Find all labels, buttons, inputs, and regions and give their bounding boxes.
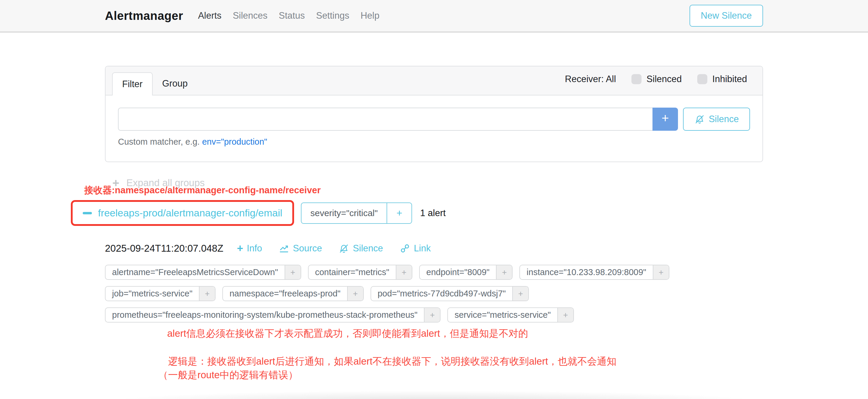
label-text: prometheus="freeleaps-monitoring-system/… xyxy=(105,308,424,322)
inhibited-label: Inhibited xyxy=(712,74,747,85)
receiver-filter-label[interactable]: Receiver: All xyxy=(565,74,616,85)
label-add-filter-button[interactable]: + xyxy=(496,265,512,279)
alertmanager-page: Alertmanager Alerts Silences Status Sett… xyxy=(0,0,868,399)
annotation-alert-note: alert信息必须在接收器下才表示配置成功，否则即使能看到alert，但是通知是… xyxy=(167,327,528,340)
filter-options: Receiver: All Silenced Inhibited xyxy=(565,66,747,95)
bell-slash-icon xyxy=(694,114,705,124)
alert-count: 1 alert xyxy=(420,208,445,218)
alert-info-button[interactable]: + Info xyxy=(237,243,262,254)
annotation-receiver-note: 接收器:namespace/altermanager-config-name/r… xyxy=(84,184,321,196)
alert-item: 2025-09-24T11:20:07.048Z + Info Source xyxy=(105,243,763,329)
navbar: Alertmanager Alerts Silences Status Sett… xyxy=(0,0,868,33)
label-text: alertname="FreeleapsMetricsServiceDown" xyxy=(105,265,285,279)
alert-timestamp: 2025-09-24T11:20:07.048Z xyxy=(105,243,223,254)
alert-silence-button[interactable]: Silence xyxy=(339,243,383,254)
app-brand[interactable]: Alertmanager xyxy=(105,9,183,23)
alert-info-label: Info xyxy=(247,243,262,254)
label-add-filter-button[interactable]: + xyxy=(347,287,363,301)
custom-matcher-hint: Custom matcher, e.g. env="production" xyxy=(118,137,750,147)
annotation-logic-note: 逻辑是：接收器收到alert后进行通知，如果alert不在接收器下，说明接收器没… xyxy=(168,355,617,368)
receiver-group-label: freeleaps-prod/alertmanager-config/email xyxy=(98,207,282,219)
inhibited-checkbox[interactable] xyxy=(697,74,707,84)
matcher-input-group: + xyxy=(118,108,678,131)
new-silence-button[interactable]: New Silence xyxy=(689,5,763,27)
label-add-filter-button[interactable]: + xyxy=(557,308,573,322)
label-text: namespace="freeleaps-prod" xyxy=(223,287,347,301)
nav-settings[interactable]: Settings xyxy=(316,10,349,21)
label-tag: prometheus="freeleaps-monitoring-system/… xyxy=(105,307,440,323)
alert-source-label: Source xyxy=(293,243,322,254)
plus-icon: + xyxy=(237,243,243,254)
alert-header: 2025-09-24T11:20:07.048Z + Info Source xyxy=(105,243,763,254)
bell-slash-icon xyxy=(339,243,349,254)
label-text: endpoint="8009" xyxy=(420,265,496,279)
main-nav: Alerts Silences Status Settings Help xyxy=(198,10,379,21)
hint-text: Custom matcher, e.g. xyxy=(118,137,200,147)
alert-silence-label: Silence xyxy=(353,243,383,254)
silence-filter-label: Silence xyxy=(709,114,739,124)
alert-source-link[interactable]: Source xyxy=(279,243,322,254)
label-tag: alertname="FreeleapsMetricsServiceDown" … xyxy=(105,265,301,280)
label-text: job="metrics-service" xyxy=(105,287,199,301)
label-text: instance="10.233.98.209:8009" xyxy=(520,265,653,279)
label-tag: job="metrics-service" + xyxy=(105,286,216,301)
receiver-group-link[interactable]: freeleaps-prod/alertmanager-config/email xyxy=(83,207,282,219)
alert-group-row: freeleaps-prod/alertmanager-config/email… xyxy=(71,200,445,226)
label-row: prometheus="freeleaps-monitoring-system/… xyxy=(105,307,763,323)
add-matcher-button[interactable]: + xyxy=(652,108,678,131)
link-icon xyxy=(400,243,410,254)
window-bottom-shadow xyxy=(44,383,824,399)
label-text: pod="metrics-77d9cdb497-wdsj7" xyxy=(371,287,512,301)
chart-line-icon xyxy=(279,243,289,254)
nav-alerts[interactable]: Alerts xyxy=(198,10,221,21)
inhibited-checkbox-group[interactable]: Inhibited xyxy=(697,74,747,85)
alert-groups: + Expand all groups 接收器:namespace/alterm… xyxy=(105,162,763,399)
label-tag: service="metrics-service" + xyxy=(447,307,574,323)
label-tag: container="metrics" + xyxy=(308,265,412,280)
collapse-minus-icon xyxy=(83,212,92,214)
filter-card-header: Filter Group Receiver: All Silenced Inhi… xyxy=(105,66,763,95)
nav-status[interactable]: Status xyxy=(279,10,305,21)
group-matcher-chip: severity="critical" + xyxy=(301,203,412,224)
silenced-label: Silenced xyxy=(647,74,682,85)
silenced-checkbox-group[interactable]: Silenced xyxy=(631,74,682,85)
label-tag: instance="10.233.98.209:8009" + xyxy=(519,265,670,280)
filter-card: Filter Group Receiver: All Silenced Inhi… xyxy=(105,66,763,162)
label-tag: pod="metrics-77d9cdb497-wdsj7" + xyxy=(371,286,529,301)
silence-filter-button[interactable]: Silence xyxy=(683,108,750,131)
label-add-filter-button[interactable]: + xyxy=(396,265,412,279)
filter-card-body: + Silence Custom matcher, e.g. env="prod… xyxy=(105,95,763,161)
label-add-filter-button[interactable]: + xyxy=(512,287,528,301)
main-content: Filter Group Receiver: All Silenced Inhi… xyxy=(105,66,763,399)
label-text: container="metrics" xyxy=(309,265,396,279)
group-matcher-plus-button[interactable]: + xyxy=(386,203,411,223)
tab-group[interactable]: Group xyxy=(153,72,197,95)
silenced-checkbox[interactable] xyxy=(631,74,642,84)
filter-tabs: Filter Group xyxy=(112,66,197,95)
alert-generator-link[interactable]: Link xyxy=(400,243,431,254)
matcher-input[interactable] xyxy=(118,108,652,131)
hint-example-link[interactable]: env="production" xyxy=(202,137,268,147)
tab-filter[interactable]: Filter xyxy=(112,72,153,95)
nav-help[interactable]: Help xyxy=(361,10,379,21)
annotation-route-note: （一般是route中的逻辑有错误） xyxy=(158,368,298,382)
label-tag: namespace="freeleaps-prod" + xyxy=(222,286,364,301)
label-row: job="metrics-service" + namespace="freel… xyxy=(105,286,763,301)
group-matcher-label: severity="critical" xyxy=(302,203,386,223)
label-tag: endpoint="8009" + xyxy=(419,265,513,280)
label-add-filter-button[interactable]: + xyxy=(285,265,301,279)
label-add-filter-button[interactable]: + xyxy=(653,265,669,279)
alert-link-label: Link xyxy=(414,243,431,254)
label-text: service="metrics-service" xyxy=(448,308,557,322)
label-add-filter-button[interactable]: + xyxy=(199,287,215,301)
label-add-filter-button[interactable]: + xyxy=(424,308,440,322)
annotation-red-box: freeleaps-prod/alertmanager-config/email xyxy=(71,200,294,226)
label-row: alertname="FreeleapsMetricsServiceDown" … xyxy=(105,265,763,280)
nav-silences[interactable]: Silences xyxy=(233,10,268,21)
alert-labels: alertname="FreeleapsMetricsServiceDown" … xyxy=(105,265,763,323)
